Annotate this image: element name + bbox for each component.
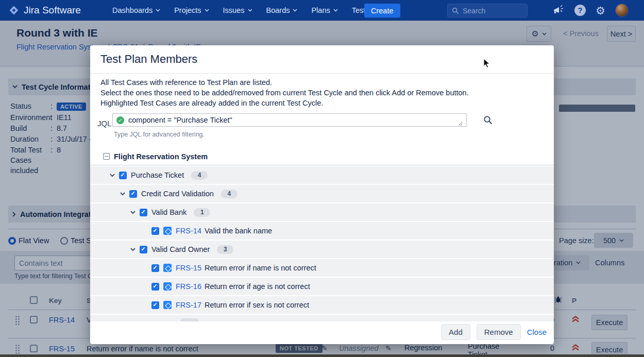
- nav-item-issues[interactable]: Issues: [223, 6, 252, 14]
- tree-node-folder[interactable]: Valid Bank 1: [90, 203, 554, 221]
- chevron-down-icon[interactable]: [130, 248, 135, 251]
- app-logo-text: Jira Software: [24, 5, 81, 16]
- tree-node-label: Purchase Ticket: [131, 171, 184, 179]
- test-case-tree: Flight Reservation System Purchase Ticke…: [90, 148, 554, 322]
- checkbox-checked[interactable]: [151, 264, 159, 272]
- tree-root-node[interactable]: Flight Reservation System: [90, 148, 554, 165]
- issue-key-link[interactable]: FRS-16: [176, 282, 201, 291]
- nav-item-dashboards[interactable]: Dashboards: [112, 6, 160, 14]
- chevron-down-icon: [333, 9, 338, 12]
- tree-node-testcase[interactable]: FRS-16 Return error if age is not correc…: [90, 278, 554, 295]
- chevron-down-icon[interactable]: [110, 174, 115, 177]
- help-icon[interactable]: ?: [574, 5, 586, 16]
- checkbox-checked[interactable]: [151, 227, 159, 235]
- tree-node-label: Return error if sex is not correct: [205, 301, 309, 309]
- checkbox-checked[interactable]: [129, 190, 137, 198]
- count-badge: 1: [194, 208, 210, 217]
- jql-valid-check-icon: ✓: [116, 116, 124, 124]
- chevron-down-icon: [248, 9, 252, 12]
- chevron-down-icon[interactable]: [130, 211, 135, 214]
- issue-key-link[interactable]: FRS-14: [176, 227, 201, 235]
- tree-node-label: Return error if name is not correct: [205, 264, 316, 272]
- top-navigation-bar: Jira Software Dashboards Projects Issues…: [0, 0, 644, 21]
- nav-item-boards[interactable]: Boards: [266, 6, 298, 14]
- chevron-down-icon: [156, 9, 160, 12]
- collapse-minus-icon[interactable]: [103, 153, 110, 160]
- nav-menu: Dashboards Projects Issues Boards Plans …: [112, 0, 377, 21]
- divider: [90, 73, 554, 74]
- test-case-icon: [163, 301, 172, 309]
- jql-help-text: Type JQL for advanced filtering.: [114, 131, 205, 138]
- megaphone-icon[interactable]: [552, 5, 565, 16]
- dialog-footer: Add Remove Close: [441, 324, 547, 340]
- nav-item-plans[interactable]: Plans: [311, 6, 337, 14]
- jql-search-icon[interactable]: [483, 115, 493, 125]
- close-button[interactable]: Close: [527, 328, 547, 336]
- tree-node-label: Valid the bank name: [205, 227, 272, 235]
- count-badge-partial: [180, 318, 199, 321]
- tree-node-folder[interactable]: Credit Card Validation 4: [90, 185, 554, 202]
- test-plan-members-dialog: Test Plan Members All Test Cases with re…: [90, 45, 554, 344]
- issue-key-link[interactable]: FRS-17: [176, 301, 201, 309]
- count-badge: 4: [221, 190, 238, 198]
- jql-label: JQL: [97, 119, 112, 128]
- test-case-icon: [163, 227, 172, 235]
- chevron-down-icon: [205, 9, 209, 12]
- search-icon: [452, 7, 459, 14]
- dialog-title: Test Plan Members: [100, 53, 197, 66]
- settings-gear-icon[interactable]: ⚙: [596, 5, 605, 16]
- jira-logo-icon: [8, 5, 20, 16]
- mouse-cursor: [483, 58, 490, 69]
- test-case-icon: [163, 282, 172, 291]
- tree-root-label: Flight Reservation System: [114, 152, 208, 161]
- count-badge: 3: [217, 245, 233, 254]
- tree-node-testcase[interactable]: FRS-14 Valid the bank name: [90, 222, 554, 240]
- create-button[interactable]: Create: [364, 4, 400, 18]
- jql-input[interactable]: ✓ component = "Purchase Ticket": [112, 113, 467, 127]
- dialog-description: All Test Cases with reference to Test Pl…: [100, 77, 546, 108]
- chevron-down-icon[interactable]: [120, 192, 125, 196]
- test-case-icon: [163, 264, 172, 272]
- tree-node-label: Return error if age is not correct: [205, 282, 310, 291]
- user-avatar[interactable]: [615, 4, 629, 17]
- tree-node-label: Valid Card Owner: [151, 245, 210, 253]
- tree-node-folder[interactable]: Valid Card Owner 3: [90, 241, 554, 258]
- checkbox-checked[interactable]: [140, 246, 147, 253]
- count-badge: 4: [191, 171, 208, 180]
- search-input[interactable]: [463, 7, 519, 15]
- checkbox-checked[interactable]: [151, 301, 159, 309]
- nav-icons: ? ⚙: [552, 0, 629, 21]
- nav-item-projects[interactable]: Projects: [174, 6, 209, 14]
- checkbox-checked[interactable]: [140, 209, 147, 216]
- remove-button[interactable]: Remove: [477, 324, 521, 340]
- checkbox-checked[interactable]: [151, 283, 159, 291]
- tree-node-folder[interactable]: Purchase Ticket 4: [90, 166, 554, 184]
- tree-node-testcase[interactable]: FRS-15 Return error if name is not corre…: [90, 259, 554, 277]
- app-logo[interactable]: Jira Software: [8, 0, 81, 21]
- issue-key-link[interactable]: FRS-15: [176, 264, 201, 272]
- tree-node-label: Credit Card Validation: [141, 190, 214, 198]
- screen-bottom-edge: [0, 354, 644, 357]
- tree-node-label: Valid Bank: [151, 208, 187, 216]
- chevron-down-icon: [293, 9, 297, 12]
- resize-handle-icon[interactable]: [457, 121, 463, 126]
- add-button[interactable]: Add: [441, 324, 470, 340]
- nav-search-box[interactable]: [447, 4, 528, 18]
- tree-node-testcase[interactable]: FRS-17 Return error if sex is not correc…: [90, 296, 554, 314]
- tree-node-partial: [90, 315, 554, 321]
- checkbox-checked[interactable]: [119, 172, 127, 179]
